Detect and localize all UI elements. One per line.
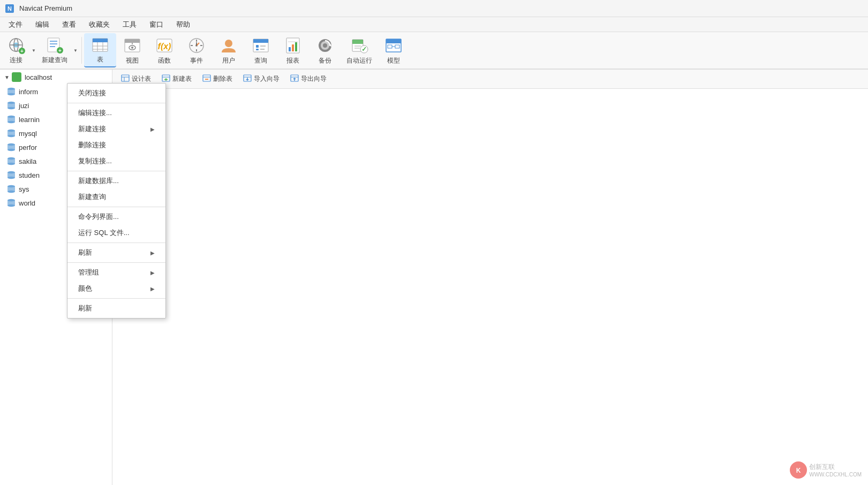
watermark: K 创新互联 WWW.CDCXHL.COM [790,461,862,479]
svg-text:K: K [796,467,801,474]
ctx-new-db[interactable]: 新建数据库... [67,173,165,189]
app-title: Navicat Premium [19,4,72,12]
function-icon: f(x) [155,36,174,55]
ctx-color-arrow: ▶ [150,286,155,292]
new-query-arrow[interactable]: ▼ [72,33,79,67]
autorun-label: 自动运行 [346,56,372,65]
ctx-new-conn-arrow: ▶ [150,126,155,132]
watermark-text: 创新互联 WWW.CDCXHL.COM [809,463,862,478]
svg-marker-104 [246,79,249,81]
delete-table-icon [202,74,211,84]
menu-help[interactable]: 帮助 [170,18,197,32]
svg-point-66 [7,93,15,95]
svg-point-87 [7,191,15,193]
backup-button[interactable]: 备份 [309,33,341,67]
svg-rect-42 [289,47,291,51]
ctx-color[interactable]: 颜色 ▶ [67,281,165,297]
query-icon [251,36,270,55]
context-menu: 关闭连接 编辑连接... 新建连接 ▶ 删除连接 复制连接... 新建数据库..… [67,83,166,319]
db-icon-mysql [6,129,16,138]
db-name-perfor: perfor [19,143,37,151]
ctx-cmd-line[interactable]: 命令列界面... [67,209,165,225]
ctx-manage-group[interactable]: 管理组 ▶ [67,264,165,281]
db-name-mysql: mysql [19,130,37,138]
menu-tools[interactable]: 工具 [116,18,143,32]
design-table-label: 设计表 [132,74,151,84]
svg-text:f(x): f(x) [158,42,171,51]
svg-text:N: N [7,5,12,12]
autorun-button[interactable]: ✓ 自动运行 [341,33,378,67]
menu-bar: 文件 编辑 查看 收藏夹 工具 窗口 帮助 [0,17,868,32]
connect-button[interactable]: + 连接 ▼ [2,33,37,67]
db-name-juzi: juzi [19,102,29,110]
view-button[interactable]: 视图 [116,33,148,67]
ctx-new-query[interactable]: 新建查询 [67,189,165,205]
connection-expand-arrow: ▼ [4,74,10,80]
menu-view[interactable]: 查看 [56,18,82,32]
function-button[interactable]: f(x) 函数 [148,33,180,67]
svg-rect-36 [253,39,268,43]
db-name-world: world [19,199,35,207]
query-label: 查询 [254,56,267,65]
table-button[interactable]: 表 [84,33,116,67]
ctx-delete-conn[interactable]: 删除连接 [67,137,165,153]
import-wizard-icon [243,74,252,84]
db-icon-sys [6,185,16,193]
ctx-run-sql[interactable]: 运行 SQL 文件... [67,225,165,241]
export-wizard-icon [290,74,299,84]
export-wizard-label: 导出向导 [301,74,327,84]
event-button[interactable]: 事件 [180,33,213,67]
user-label: 用户 [222,56,235,65]
svg-point-69 [7,107,15,109]
svg-point-72 [7,121,15,123]
model-button[interactable]: 模型 [378,33,410,67]
query-button[interactable]: 查询 [245,33,277,67]
design-table-icon [121,74,130,84]
delete-table-label: 删除表 [213,74,232,84]
svg-rect-37 [256,45,259,48]
connect-arrow[interactable]: ▼ [30,33,37,67]
ctx-new-conn[interactable]: 新建连接 ▶ [67,121,165,137]
svg-point-22 [131,47,133,49]
new-query-icon: + [46,36,64,56]
ctx-close-conn[interactable]: 关闭连接 [67,85,165,101]
ctx-edit-conn[interactable]: 编辑连接... [67,105,165,121]
db-icon-inform [6,87,16,96]
report-button[interactable]: 报表 [277,33,309,67]
svg-rect-14 [93,39,108,42]
event-label: 事件 [190,56,203,65]
toolbar: + 连接 ▼ + 新建查询 ▼ [0,32,868,70]
ctx-refresh[interactable]: 刷新 ▶ [67,245,165,261]
new-query-main[interactable]: + 新建查询 [37,33,72,67]
new-table-label: 新建表 [172,74,192,84]
connect-main[interactable]: + 连接 [2,33,30,67]
content-area: 设计表 新建表 [112,70,868,485]
function-label: 函数 [158,56,171,65]
delete-table-button[interactable]: 删除表 [198,73,237,85]
db-name-sys: sys [19,185,29,193]
connect-icon: + [7,36,25,56]
db-icon-sakila [6,157,16,165]
sidebar-connection-localhost[interactable]: ▼ localhost [0,70,112,85]
new-query-button[interactable]: + 新建查询 ▼ [37,33,79,67]
import-wizard-button[interactable]: 导入向导 [239,73,284,85]
user-button[interactable]: 用户 [213,33,245,67]
menu-window[interactable]: 窗口 [143,18,170,32]
svg-rect-44 [295,42,297,51]
menu-file[interactable]: 文件 [2,18,29,32]
app-icon: N [4,3,15,14]
watermark-logo: K [790,461,807,479]
new-table-icon [162,74,170,84]
svg-rect-91 [122,75,129,81]
ctx-copy-conn[interactable]: 复制连接... [67,153,165,169]
autorun-icon: ✓ [350,36,369,55]
svg-rect-57 [386,39,401,43]
export-wizard-button[interactable]: 导出向导 [286,73,331,85]
db-icon-world [6,199,16,207]
menu-edit[interactable]: 编辑 [29,18,56,32]
ctx-refresh2[interactable]: 刷新 [67,300,165,316]
secondary-toolbar: 设计表 新建表 [112,70,868,89]
event-icon [187,36,206,55]
menu-favorites[interactable]: 收藏夹 [82,18,116,32]
db-name-learnin: learnin [19,116,40,124]
